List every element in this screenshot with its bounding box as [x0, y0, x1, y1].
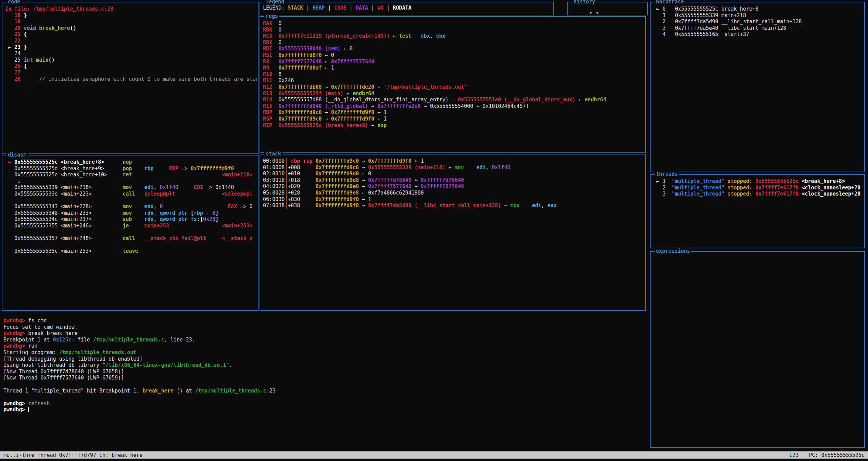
text-segment: 0x555555555339 <main+218> [5, 184, 123, 190]
text-segment: 0x7ffff7da5d90 __libc_start_call_main+12… [675, 18, 802, 25]
text-line: pwndbg> break break_here [3, 330, 863, 337]
text-segment: 0x55555555533e <main+223> [5, 191, 123, 197]
text-segment: 0x555555555165 _start+37 [675, 31, 749, 37]
text-segment: [New Thread 0x7ffff7d78640 (LWP 67058)] [3, 369, 124, 375]
panel-threads[interactable]: threads ► 1 "multiple_thread" stopped: 0… [650, 174, 865, 248]
text-segment: 06:0030 [263, 196, 285, 202]
text-segment: │ [285, 171, 288, 177]
text-segment: ← [322, 52, 331, 58]
panel-regs-title: regs [264, 13, 279, 19]
text-line: 2 "multiple_thread" stopped: 0x7ffff7e61… [653, 185, 864, 191]
text-segment: <usleep@pl [222, 191, 252, 197]
text-line: 3 0x7ffff7da5e40 __libc_start_main+128 [653, 25, 864, 32]
text-segment: eax [548, 202, 557, 209]
text-segment [132, 216, 144, 222]
text-segment [300, 183, 315, 189]
text-segment: | [303, 5, 312, 11]
text-line: 0x55555555533e <main+223> call usleep@pl… [5, 191, 258, 197]
text-segment: 02:0010 [263, 171, 285, 177]
gdb-terminal[interactable]: pwndbg> fs cmdFocus set to cmd window.pw… [3, 317, 863, 413]
text-segment: qword ptr [160, 210, 191, 216]
text-segment [175, 191, 222, 197]
text-segment: 0x7ffff7d78640 [421, 177, 464, 183]
text-segment: 0x7ffff7577640 [331, 59, 374, 65]
text-segment: nop [377, 122, 387, 128]
text-segment: → [359, 158, 368, 164]
text-segment: ← [445, 164, 455, 171]
text-line: R10 8 [263, 71, 645, 78]
text-segment: 0x55555555525c (break_here+8) [278, 122, 368, 128]
text-line: 0x55555555534c <main+237> sub rdx, qword… [5, 216, 258, 223]
text-line: 01:0008│+008 0x7fffffffd9c8 → 0x55555555… [263, 164, 645, 171]
text-segment: edi [476, 164, 486, 171]
text-segment [752, 178, 755, 184]
text-segment [300, 190, 315, 196]
text-segment: "multiple_thread" [672, 185, 725, 191]
disassembly-view: ► 0x55555555525c <break_here+8> nop 0x55… [2, 155, 258, 310]
text-segment: → [322, 109, 331, 115]
text-segment: <clock_nanosleep+20 [802, 185, 861, 191]
text-segment: +018 [288, 177, 300, 183]
panel-regs[interactable]: regs RAX 0RBX 0RCX 0x7ffff7e11219 (pthre… [260, 16, 646, 153]
text-segment: , [486, 164, 492, 171]
text-segment: rdx [144, 210, 153, 216]
text-segment: ← [359, 171, 368, 177]
text-segment [132, 172, 222, 178]
text-segment: 0x246 [278, 77, 294, 84]
text-segment: /tmp/multiple_threads.c [195, 388, 266, 394]
panel-code[interactable]: code In file: /tmp/multiple_threads.c:23… [2, 2, 259, 154]
text-line: Using host libthread_db library "/lib/x8… [3, 362, 863, 369]
text-segment: ← [374, 84, 383, 90]
text-segment: Breakpoint 1 at [3, 337, 53, 343]
text-segment: ← [575, 97, 584, 103]
text-segment: => [237, 203, 249, 210]
text-segment: ← [368, 122, 377, 128]
text-segment: int [24, 57, 33, 63]
text-segment: +020 [288, 183, 300, 189]
text-segment: R9 [263, 65, 269, 71]
text-segment: 23 } [14, 44, 27, 50]
text-line: RDI 0x555555558040 (sem) ← 0 [263, 46, 645, 52]
text-segment: <__stack_c [222, 235, 252, 241]
text-segment: 0 [278, 27, 281, 33]
text-line: RSI 0x7fffffffd8f0 ← 0 [263, 52, 645, 59]
text-segment: 27 [5, 70, 21, 76]
text-line: 2 0x7ffff7da5d90 __libc_start_call_main+… [653, 18, 864, 25]
text-segment: DATA [356, 5, 368, 11]
text-line: 26 { [5, 63, 258, 70]
text-segment: } [21, 12, 27, 18]
status-bar: multi-thre Thread 0x7ffff7d797 In: break… [0, 451, 868, 459]
text-segment: 0x7ffff7da5d90 (__libc_start_call_main+1… [368, 202, 501, 209]
text-segment: , [153, 210, 160, 216]
text-segment: ← [412, 183, 421, 189]
status-pc-value: PC: 0x55555555525c [809, 452, 865, 458]
text-segment: 18 [5, 12, 21, 18]
text-segment [132, 210, 144, 216]
text-line: ↓ [5, 178, 258, 185]
text-segment: rbp [194, 210, 203, 216]
text-segment [132, 165, 144, 172]
text-segment: 0x55555555534c <main+237> [5, 216, 123, 222]
text-segment: pop [123, 165, 132, 172]
text-segment [272, 122, 278, 128]
text-segment: 0 [331, 52, 334, 58]
text-segment: │ [285, 158, 291, 164]
text-segment: STACK [288, 5, 303, 11]
panel-backtrace[interactable]: backtrace ► 0 0x55555555525c break_here+… [650, 2, 865, 172]
panel-stack[interactable]: stack 00:0000│ rbp rsp 0x7fffffffd9c0 → … [260, 154, 646, 311]
text-segment: stopped: [728, 185, 752, 191]
panel-disasm[interactable]: disasm ► 0x55555555525c <break_here+8> n… [2, 155, 259, 311]
text-line: 19 [5, 18, 258, 25]
text-segment: , [541, 202, 548, 209]
panel-history-title: history [572, 0, 596, 5]
text-segment: call [123, 191, 135, 197]
text-segment: 1 [653, 12, 675, 18]
text-line [5, 197, 258, 204]
text-segment: ← [374, 109, 383, 115]
text-segment: 0x55555555535c <main+253> [5, 248, 123, 254]
text-segment: <clock_nanosleep+20 [802, 191, 861, 197]
text-segment: Starting program: [3, 349, 59, 356]
text-segment: 0x7fffffffd9c0 [278, 116, 322, 122]
history-back-button[interactable]: [←] [589, 11, 599, 14]
text-line: R9 0x7fffffffd8af ← 1 [263, 65, 645, 71]
